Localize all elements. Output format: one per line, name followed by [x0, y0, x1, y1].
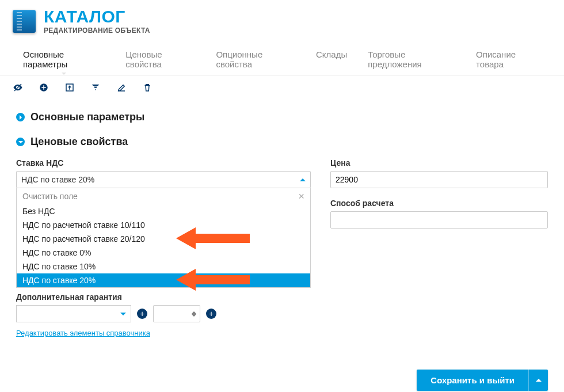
archive-icon[interactable]: [64, 82, 75, 93]
vat-select[interactable]: НДС по ставке 20%: [16, 171, 311, 188]
price-label: Цена: [330, 158, 548, 168]
caret-down-icon: [120, 313, 126, 318]
page-subtitle: РЕДАКТИРОВАНИЕ ОБЪЕКТА: [44, 26, 150, 35]
tabs-bar: Основные параметры Ценовые свойства Опци…: [0, 43, 564, 75]
tab-basic[interactable]: Основные параметры: [23, 45, 105, 75]
add-amount-button[interactable]: +: [206, 309, 216, 319]
extra-warranty-label: Дополнительная гарантия: [16, 292, 311, 302]
vat-selected-value: НДС по ставке 20%: [21, 172, 94, 188]
vat-dropdown: Очистить поле × Без НДС НДС по расчетной…: [16, 188, 311, 288]
edit-icon[interactable]: [116, 82, 127, 93]
price-input[interactable]: [330, 171, 548, 188]
vat-option[interactable]: НДС по ставке 20%: [17, 273, 310, 287]
vat-option[interactable]: НДС по расчетной ставке 20/120: [17, 232, 310, 246]
vat-option[interactable]: НДС по ставке 0%: [17, 246, 310, 260]
chevron-down-icon: [16, 138, 25, 146]
page-header: КАТАЛОГ РЕДАКТИРОВАНИЕ ОБЪЕКТА: [0, 0, 564, 43]
vat-label: Ставка НДС: [16, 158, 311, 168]
tab-price-props[interactable]: Ценовые свойства: [125, 45, 195, 75]
visibility-off-icon[interactable]: [13, 82, 23, 93]
warranty-select[interactable]: [16, 305, 131, 322]
section-basic-title: Основные параметры: [31, 111, 144, 123]
vat-option[interactable]: НДС по ставке 10%: [17, 260, 310, 273]
page-title: КАТАЛОГ: [44, 8, 150, 25]
catalog-logo: [13, 10, 36, 33]
close-icon[interactable]: ×: [298, 191, 304, 201]
tab-option-props[interactable]: Опционные свойства: [216, 45, 295, 75]
add-warranty-button[interactable]: +: [137, 309, 147, 319]
step-down-icon[interactable]: [192, 314, 196, 319]
vat-option[interactable]: Без НДС: [17, 204, 310, 218]
trash-icon[interactable]: [142, 82, 153, 93]
section-price-title: Ценовые свойства: [31, 136, 128, 148]
edit-reference-link[interactable]: Редактировать элементы справочника: [16, 328, 311, 338]
tab-trade-offers[interactable]: Торговые предложения: [368, 45, 455, 75]
vat-option[interactable]: НДС по расчетной ставке 10/110: [17, 218, 310, 232]
filter-icon[interactable]: [90, 82, 101, 93]
plus-circle-icon[interactable]: [39, 82, 49, 93]
save-dropdown-toggle[interactable]: [528, 370, 548, 391]
section-price-toggle[interactable]: Ценовые свойства: [16, 136, 548, 148]
method-label: Способ расчета: [330, 199, 548, 208]
tab-description[interactable]: Описание товара: [476, 45, 541, 75]
step-up-icon[interactable]: [192, 309, 196, 314]
warranty-amount-stepper[interactable]: [153, 305, 200, 322]
save-button[interactable]: Сохранить и выйти: [417, 370, 528, 391]
section-basic-toggle[interactable]: Основные параметры: [16, 111, 548, 123]
vat-clear-text[interactable]: Очистить поле: [22, 192, 78, 201]
chevron-right-icon: [16, 113, 25, 121]
tab-warehouses[interactable]: Склады: [316, 45, 347, 75]
save-button-group: Сохранить и выйти: [417, 370, 548, 391]
method-input[interactable]: [330, 211, 548, 229]
toolbar: [0, 75, 564, 97]
caret-up-icon: [300, 176, 306, 181]
